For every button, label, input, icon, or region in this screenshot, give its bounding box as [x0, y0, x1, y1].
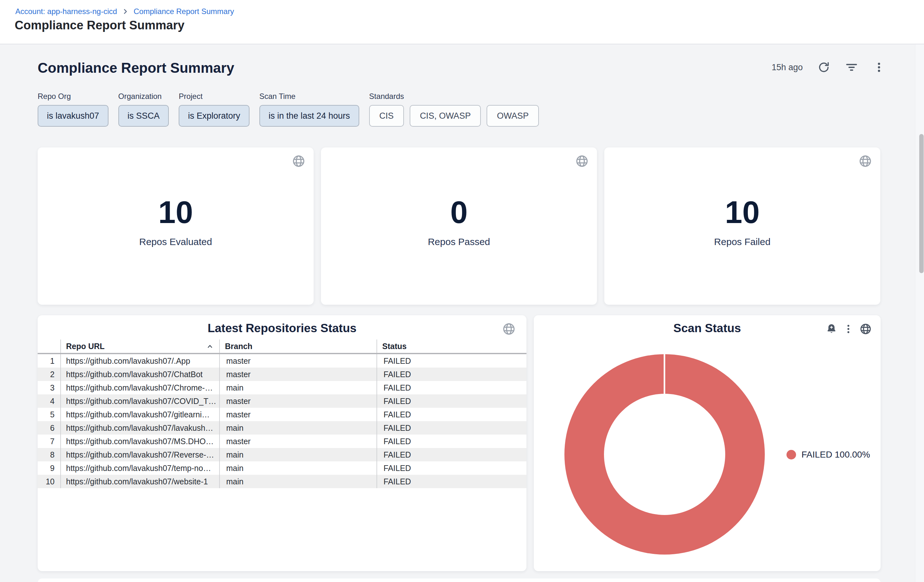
chevron-right-icon	[122, 8, 129, 15]
filter-label: Repo Org	[38, 92, 109, 101]
globe-icon[interactable]	[859, 155, 872, 169]
stat-value: 0	[321, 196, 597, 229]
stat-card-repos-passed: 0 Repos Passed	[321, 147, 597, 305]
scan-panel-icons	[826, 323, 872, 335]
kebab-menu-icon[interactable]	[843, 323, 854, 335]
repo-url-cell: https://github.com/lavakush07/website-1	[61, 475, 219, 488]
globe-icon[interactable]	[575, 155, 589, 169]
stat-value: 10	[604, 196, 880, 229]
standards-option-owasp[interactable]: OWASP	[487, 105, 539, 127]
status-cell: FAILED	[377, 435, 526, 448]
table-row: 6 https://github.com/lavakush07/lavakush…	[38, 421, 526, 435]
branch-cell: main	[219, 475, 377, 488]
status-cell: FAILED	[377, 368, 526, 381]
table-row: 2 https://github.com/lavakush07/ChatBot …	[38, 368, 526, 381]
alert-bell-icon[interactable]	[826, 323, 837, 335]
repo-table-title: Latest Repositories Status	[38, 315, 526, 335]
branch-cell: master	[219, 435, 377, 448]
filter-repo-org: Repo Org is lavakush07	[38, 92, 109, 127]
breadcrumb-page-link[interactable]: Compliance Report Summary	[134, 7, 234, 16]
filter-chip-organization[interactable]: is SSCA	[118, 105, 169, 127]
legend-label: FAILED 100.00%	[802, 450, 870, 460]
filter-label: Project	[179, 92, 249, 101]
branch-cell: main	[219, 462, 377, 475]
stat-cards-row: 10 Repos Evaluated 0 Repos Passed 10 Rep…	[38, 147, 880, 305]
standards-option-cis-owasp[interactable]: CIS, OWASP	[410, 105, 481, 127]
stat-value: 10	[38, 196, 314, 229]
filter-chip-repo-org[interactable]: is lavakush07	[38, 105, 109, 127]
repo-url-cell: https://github.com/lavakush07/COVID_T…	[61, 394, 219, 408]
repo-url-cell: https://github.com/lavakush07/temp-no…	[61, 462, 219, 475]
globe-icon[interactable]	[502, 322, 516, 337]
filter-icon[interactable]	[845, 61, 858, 74]
table-row: 3 https://github.com/lavakush07/Chrome-……	[38, 381, 526, 394]
status-cell: FAILED	[377, 394, 526, 408]
status-cell: FAILED	[377, 381, 526, 394]
filter-label: Standards	[369, 92, 539, 101]
repo-table: Repo URL Branch Status 1 https://github.…	[38, 340, 526, 488]
dashboard-title: Compliance Report Summary	[38, 60, 234, 76]
branch-cell: master	[219, 394, 377, 408]
donut-hole	[604, 394, 725, 515]
status-cell: FAILED	[377, 408, 526, 421]
column-header-repo-url[interactable]: Repo URL	[61, 340, 219, 354]
table-row: 8 https://github.com/lavakush07/Reverse-…	[38, 448, 526, 462]
table-row: 4 https://github.com/lavakush07/COVID_T……	[38, 394, 526, 408]
standards-option-cis[interactable]: CIS	[369, 105, 404, 127]
breadcrumb-account-link[interactable]: Account: app-harness-ng-cicd	[15, 7, 117, 16]
filter-scan-time: Scan Time is in the last 24 hours	[259, 92, 359, 127]
page-title: Compliance Report Summary	[15, 18, 185, 32]
breadcrumb: Account: app-harness-ng-cicd Compliance …	[15, 7, 234, 16]
repo-url-cell: https://github.com/lavakush07/.App	[61, 354, 219, 368]
filter-standards: Standards CIS CIS, OWASP OWASP	[369, 92, 539, 127]
filter-label: Scan Time	[259, 92, 359, 101]
repo-url-cell: https://github.com/lavakush07/Chrome-…	[61, 381, 219, 394]
table-row: 10 https://github.com/lavakush07/website…	[38, 475, 526, 488]
last-refreshed-label: 15h ago	[772, 63, 803, 73]
branch-cell: main	[219, 381, 377, 394]
scan-status-donut-failed-segment[interactable]	[564, 354, 765, 554]
table-row: 1 https://github.com/lavakush07/.App mas…	[38, 354, 526, 368]
column-header-branch[interactable]: Branch	[219, 340, 377, 354]
row-number-header	[38, 340, 61, 354]
next-panel-partial	[38, 579, 881, 582]
repo-url-cell: https://github.com/lavakush07/gitlearni…	[61, 408, 219, 421]
compliance-dashboard-page: Account: app-harness-ng-cicd Compliance …	[0, 0, 924, 582]
repo-url-cell: https://github.com/lavakush07/lavakush…	[61, 421, 219, 435]
status-cell: FAILED	[377, 475, 526, 488]
status-cell: FAILED	[377, 354, 526, 368]
branch-cell: master	[219, 368, 377, 381]
table-row: 9 https://github.com/lavakush07/temp-no……	[38, 462, 526, 475]
globe-icon[interactable]	[860, 323, 872, 335]
standards-buttons: CIS CIS, OWASP OWASP	[369, 105, 539, 127]
chart-legend-failed[interactable]: FAILED 100.00%	[787, 450, 870, 460]
refresh-icon[interactable]	[817, 61, 830, 74]
branch-cell: master	[219, 354, 377, 368]
filters-row: Repo Org is lavakush07 Organization is S…	[38, 92, 539, 127]
branch-cell: master	[219, 408, 377, 421]
dashboard-controls: 15h ago	[772, 61, 885, 74]
filter-chip-scan-time[interactable]: is in the last 24 hours	[259, 105, 359, 127]
scrollbar-thumb[interactable]	[919, 134, 924, 273]
filter-project: Project is Exploratory	[179, 92, 249, 127]
globe-icon[interactable]	[292, 155, 305, 169]
filter-chip-project[interactable]: is Exploratory	[179, 105, 249, 127]
stat-label: Repos Passed	[321, 236, 597, 247]
stat-label: Repos Evaluated	[38, 236, 314, 247]
repo-url-cell: https://github.com/lavakush07/ChatBot	[61, 368, 219, 381]
branch-cell: main	[219, 421, 377, 435]
status-cell: FAILED	[377, 421, 526, 435]
status-cell: FAILED	[377, 448, 526, 462]
kebab-menu-icon[interactable]	[873, 61, 885, 73]
table-row: 7 https://github.com/lavakush07/MS.DHO… …	[38, 435, 526, 448]
sort-asc-icon[interactable]	[206, 343, 213, 352]
column-header-status[interactable]: Status	[377, 340, 526, 354]
scan-status-panel: Scan Status	[534, 315, 881, 571]
repo-table-header-row: Repo URL Branch Status	[38, 340, 526, 354]
latest-repositories-panel: Latest Repositories Status Repo URL	[38, 315, 526, 571]
table-row: 5 https://github.com/lavakush07/gitlearn…	[38, 408, 526, 421]
scrollbar-track[interactable]	[915, 45, 924, 582]
donut-segment-divider	[664, 354, 665, 395]
stat-card-repos-failed: 10 Repos Failed	[604, 147, 880, 305]
branch-cell: main	[219, 448, 377, 462]
